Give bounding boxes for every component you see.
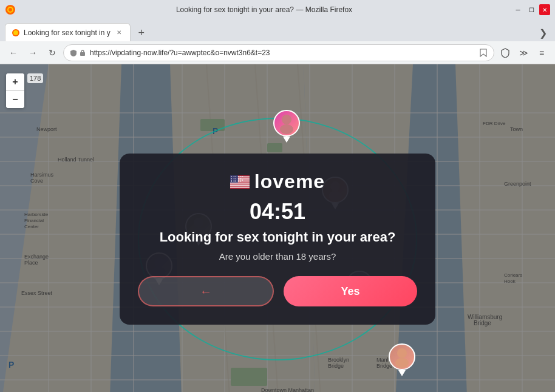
svg-rect-85	[230, 184, 250, 186]
zoom-in-button[interactable]: +	[6, 73, 24, 90]
tab-close-button[interactable]: ✕	[114, 28, 124, 38]
address-bar[interactable]: https://vipdating-now.life/?u=awwptec&o=…	[63, 44, 494, 61]
countdown-timer: 04:51	[138, 199, 417, 225]
us-flag-icon: ★ ★ ★ ★ ★ ★ ★ ★ ★ ★ ★ ★ ★ ★ ★ ★ ★ ★ ★ ★ …	[230, 175, 250, 189]
modal-title: Looking for sex tonight in your area?	[138, 229, 417, 245]
forward-icon: →	[29, 48, 37, 58]
minimize-button[interactable]: ─	[512, 4, 523, 15]
reload-icon: ↻	[49, 48, 56, 58]
map-pin-6	[389, 343, 415, 376]
window-controls: ─ ☐ ✕	[512, 4, 550, 15]
svg-point-69	[280, 124, 293, 134]
tab-bar: Looking for sex tonight in y ✕ + ❯	[0, 19, 555, 41]
firefox-icon	[5, 4, 16, 15]
lock-icon	[79, 49, 86, 56]
new-tab-button[interactable]: +	[133, 24, 150, 41]
svg-text:★ ★ ★ ★ ★: ★ ★ ★ ★ ★	[231, 180, 242, 183]
more-tools-button[interactable]: ≫	[515, 44, 532, 61]
browser-window: Looking for sex tonight in your area? — …	[0, 0, 555, 64]
title-bar-left	[5, 4, 16, 15]
back-button[interactable]: ←	[5, 44, 22, 61]
avatar-silhouette	[278, 112, 296, 134]
tab-title: Looking for sex tonight in y	[24, 29, 111, 37]
svg-point-79	[395, 358, 409, 368]
tab-favicon	[12, 29, 20, 37]
shield-icon	[70, 49, 77, 56]
no-button[interactable]: ←	[138, 276, 274, 306]
svg-marker-6	[480, 49, 486, 56]
shield-nav-icon	[500, 48, 510, 58]
svg-point-78	[397, 348, 407, 358]
reload-button[interactable]: ↻	[44, 44, 61, 61]
zoom-level-indicator: 178	[27, 73, 43, 83]
close-button[interactable]: ✕	[539, 4, 550, 15]
map-container: Harsimus Cove Harborside Financial Cente…	[0, 64, 555, 392]
modal-subtitle: Are you older than 18 years?	[138, 251, 417, 262]
svg-rect-86	[230, 186, 250, 188]
modal-logo: ★ ★ ★ ★ ★ ★ ★ ★ ★ ★ ★ ★ ★ ★ ★ ★ ★ ★ ★ ★ …	[138, 171, 417, 193]
svg-rect-84	[230, 182, 250, 183]
age-verification-modal: ★ ★ ★ ★ ★ ★ ★ ★ ★ ★ ★ ★ ★ ★ ★ ★ ★ ★ ★ ★ …	[120, 154, 435, 325]
forward-button[interactable]: →	[24, 44, 41, 61]
shield-button[interactable]	[497, 44, 514, 61]
svg-point-4	[13, 30, 18, 35]
address-bar-icons	[479, 49, 488, 57]
active-tab[interactable]: Looking for sex tonight in y ✕	[5, 23, 131, 41]
svg-point-2	[9, 8, 12, 12]
no-button-arrow: ←	[200, 285, 212, 299]
maximize-button[interactable]: ☐	[526, 4, 537, 15]
title-bar-title: Looking for sex tonight in your area? — …	[16, 5, 512, 14]
logo-text: loveme	[254, 171, 325, 193]
zoom-controls: + −	[6, 73, 24, 108]
nav-right-buttons: ≫ ≡	[497, 44, 550, 61]
nav-bar: ← → ↻ https://vipdating-now.life/?u=awwp…	[0, 41, 555, 64]
title-bar: Looking for sex tonight in your area? — …	[0, 0, 555, 19]
avatar-silhouette-6	[393, 346, 411, 368]
yes-button[interactable]: Yes	[284, 276, 417, 306]
map-pin-1	[273, 110, 300, 143]
svg-rect-5	[80, 52, 85, 56]
url-text: https://vipdating-now.life/?u=awwptec&o=…	[90, 49, 475, 57]
tab-overflow-button[interactable]: ❯	[536, 24, 550, 41]
menu-button[interactable]: ≡	[533, 44, 550, 61]
svg-point-68	[282, 115, 291, 124]
security-indicator	[70, 49, 86, 56]
back-icon: ←	[9, 48, 18, 58]
zoom-out-button[interactable]: −	[6, 91, 24, 108]
modal-buttons: ← Yes	[138, 276, 417, 306]
bookmark-icon	[479, 49, 488, 57]
